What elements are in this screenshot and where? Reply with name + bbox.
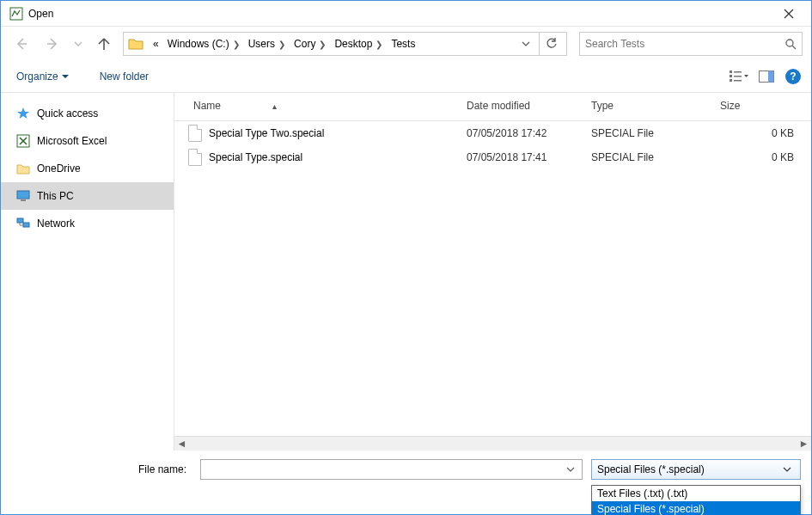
filename-combobox[interactable] [200, 459, 583, 480]
file-list: Special Type Two.special 07/05/2018 17:4… [174, 121, 811, 436]
folder-icon [16, 162, 30, 175]
chevron-down-icon [62, 73, 69, 80]
nav-row: « Windows (C:)❯ Users❯ Cory❯ Desktop❯ Te… [1, 27, 811, 61]
filetype-option[interactable]: Special Files (*.special) [592, 501, 800, 515]
forward-button[interactable] [40, 32, 64, 56]
preview-pane-button[interactable] [753, 66, 780, 87]
file-pane: Name ▴ Date modified Type Size Special T… [174, 93, 811, 451]
chevron-down-icon[interactable] [566, 465, 582, 474]
bottom-panel: File name: Special Files (*.special) Too… [1, 451, 811, 514]
svg-rect-14 [23, 223, 29, 227]
sidebar-item-network[interactable]: Network [1, 210, 174, 237]
chevron-right-icon: ❯ [233, 40, 240, 49]
filetype-dropdown: Text Files (.txt) (.txt) Special Files (… [591, 485, 801, 515]
svg-rect-13 [17, 218, 23, 223]
organize-button[interactable]: Organize [11, 67, 74, 86]
address-dropdown-button[interactable] [518, 40, 534, 48]
column-type[interactable]: Type [591, 100, 720, 112]
close-button[interactable] [769, 1, 808, 26]
window-title: Open [28, 8, 769, 20]
monitor-icon [16, 189, 30, 203]
excel-icon [16, 134, 30, 148]
up-button[interactable] [92, 32, 116, 56]
chevron-right-icon: ❯ [278, 40, 285, 49]
breadcrumb-item-2[interactable]: Cory❯ [290, 38, 329, 50]
file-row[interactable]: Special Type.special 07/05/2018 17:41 SP… [174, 145, 811, 169]
column-headers: Name ▴ Date modified Type Size [174, 93, 811, 121]
view-options-button[interactable] [725, 66, 753, 87]
body: Quick access Microsoft Excel OneDrive Th… [1, 93, 811, 451]
breadcrumb-item-4[interactable]: Tests [388, 38, 418, 50]
svg-rect-4 [730, 79, 732, 82]
file-icon [188, 125, 202, 142]
filetype-filter[interactable]: Special Files (*.special) [591, 459, 801, 480]
sidebar: Quick access Microsoft Excel OneDrive Th… [1, 93, 174, 451]
network-icon [16, 217, 30, 230]
sort-ascending-icon: ▴ [272, 101, 277, 111]
scroll-right-icon[interactable]: ► [797, 438, 811, 450]
scroll-left-icon[interactable]: ◄ [174, 438, 189, 450]
svg-rect-9 [768, 71, 774, 83]
horizontal-scrollbar[interactable]: ◄ ► [174, 436, 811, 451]
new-folder-button[interactable]: New folder [95, 67, 154, 86]
svg-rect-2 [730, 71, 732, 73]
toolbar: Organize New folder ? [1, 61, 811, 93]
address-bar[interactable]: « Windows (C:)❯ Users❯ Cory❯ Desktop❯ Te… [123, 32, 567, 56]
file-row[interactable]: Special Type Two.special 07/05/2018 17:4… [174, 121, 811, 145]
sidebar-item-this-pc[interactable]: This PC [1, 182, 174, 210]
svg-point-1 [786, 40, 793, 46]
filetype-option[interactable]: Text Files (.txt) (.txt) [592, 486, 800, 501]
star-icon [16, 107, 30, 120]
breadcrumb-item-0[interactable]: Windows (C:)❯ [164, 38, 243, 50]
title-bar: Open [1, 1, 811, 27]
sidebar-item-excel[interactable]: Microsoft Excel [1, 127, 174, 155]
svg-rect-6 [734, 76, 742, 77]
breadcrumb-item-3[interactable]: Desktop❯ [331, 38, 386, 50]
column-size[interactable]: Size [720, 100, 803, 112]
breadcrumb-prefix[interactable]: « [150, 38, 162, 50]
help-button[interactable]: ? [785, 69, 801, 84]
breadcrumb-item-1[interactable]: Users❯ [245, 38, 289, 50]
chevron-down-icon [783, 465, 795, 474]
svg-rect-3 [730, 75, 732, 77]
search-icon [785, 38, 797, 50]
svg-rect-5 [734, 71, 742, 73]
app-icon [9, 7, 23, 21]
svg-rect-12 [21, 199, 26, 201]
search-input[interactable] [585, 38, 785, 50]
open-dialog: Open « Windows (C:)❯ Users❯ Cory❯ Deskto… [0, 0, 812, 515]
svg-rect-7 [734, 80, 742, 82]
svg-rect-11 [17, 191, 29, 199]
back-button[interactable] [9, 32, 34, 56]
chevron-right-icon: ❯ [375, 40, 382, 49]
folder-icon [127, 35, 144, 52]
column-date[interactable]: Date modified [467, 100, 591, 112]
recent-locations-button[interactable] [71, 32, 85, 56]
sidebar-item-onedrive[interactable]: OneDrive [1, 155, 174, 182]
sidebar-item-quick-access[interactable]: Quick access [1, 100, 174, 127]
filename-label: File name: [11, 463, 192, 475]
chevron-right-icon: ❯ [319, 40, 326, 49]
refresh-button[interactable] [539, 32, 563, 56]
search-box[interactable] [579, 32, 803, 56]
column-name[interactable]: Name ▴ [183, 100, 467, 112]
file-icon [188, 149, 202, 166]
filename-input[interactable] [201, 463, 566, 475]
